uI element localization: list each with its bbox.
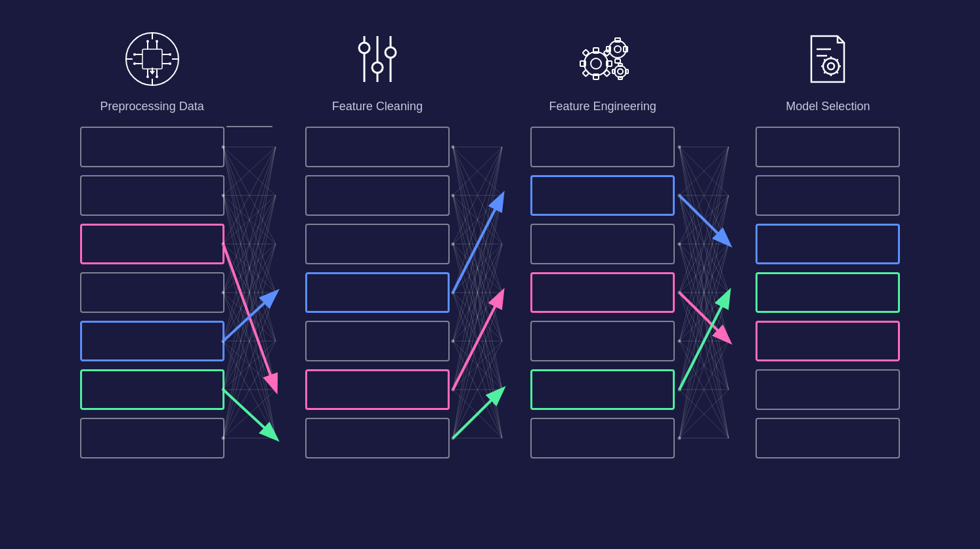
circuit-icon [119,26,185,92]
column-1 [80,120,224,458]
svg-point-45 [614,66,626,77]
svg-point-17 [169,62,171,65]
svg-line-58 [837,72,838,73]
svg-point-51 [823,58,839,74]
preprocessing-label: Preprocessing Data [100,100,204,113]
svg-point-21 [156,75,158,78]
sliders-icon [345,26,410,92]
box-4-5 [756,321,900,361]
svg-point-16 [133,62,136,65]
svg-rect-42 [615,59,620,63]
box-3-6 [530,369,675,410]
box-4-4 [756,272,900,313]
box-2-5 [305,321,450,361]
gears-icon [570,26,635,92]
box-2-1 [305,127,450,167]
box-3-2 [530,175,675,216]
box-4-7 [756,418,900,458]
columns-container [0,120,980,487]
svg-rect-5 [142,49,162,69]
box-2-3 [305,224,450,264]
svg-point-26 [359,43,370,53]
column-2 [305,120,450,458]
stage-preprocessing: Preprocessing Data [80,26,224,113]
svg-point-30 [591,58,601,69]
box-1-1 [80,127,224,167]
box-2-6 [305,369,450,410]
box-4-6 [756,369,900,410]
box-2-4 [305,272,450,313]
svg-point-52 [828,63,834,70]
box-3-1 [530,127,675,167]
svg-point-15 [169,53,171,56]
box-2-2 [305,175,450,216]
box-4-3 [756,224,900,264]
box-4-2 [756,175,900,216]
box-1-3 [80,224,224,264]
box-1-2 [80,175,224,216]
stage-feature-engineering: Feature Engineering [530,26,675,113]
stages-row: Preprocessing Data Feature Cleaning [0,26,980,113]
svg-point-28 [372,62,383,73]
box-1-5 [80,321,224,361]
model-selection-label: Model Selection [786,100,870,113]
svg-point-14 [133,53,136,56]
stage-feature-cleaning: Feature Cleaning [305,26,450,113]
svg-line-60 [824,72,826,73]
box-1-7 [80,418,224,458]
main-container: Preprocessing Data Feature Cleaning [0,0,980,549]
box-3-4 [530,272,675,313]
svg-point-20 [146,75,149,78]
stage-model-selection: Model Selection [756,26,900,113]
svg-point-40 [614,46,621,52]
svg-point-19 [156,40,158,43]
box-1-6 [80,369,224,410]
box-4-1 [756,127,900,167]
feature-cleaning-label: Feature Cleaning [332,100,423,113]
box-3-3 [530,224,675,264]
column-4 [756,120,900,458]
diagram-area [0,120,980,487]
svg-line-57 [824,59,826,60]
svg-point-0 [126,33,179,85]
model-icon [795,26,861,92]
svg-point-18 [146,40,149,43]
box-3-5 [530,321,675,361]
box-3-7 [530,418,675,458]
svg-point-27 [385,47,396,58]
box-2-7 [305,418,450,458]
column-3 [530,120,675,458]
svg-point-46 [618,69,623,74]
box-1-4 [80,272,224,313]
svg-line-59 [837,59,838,60]
feature-engineering-label: Feature Engineering [549,100,656,113]
